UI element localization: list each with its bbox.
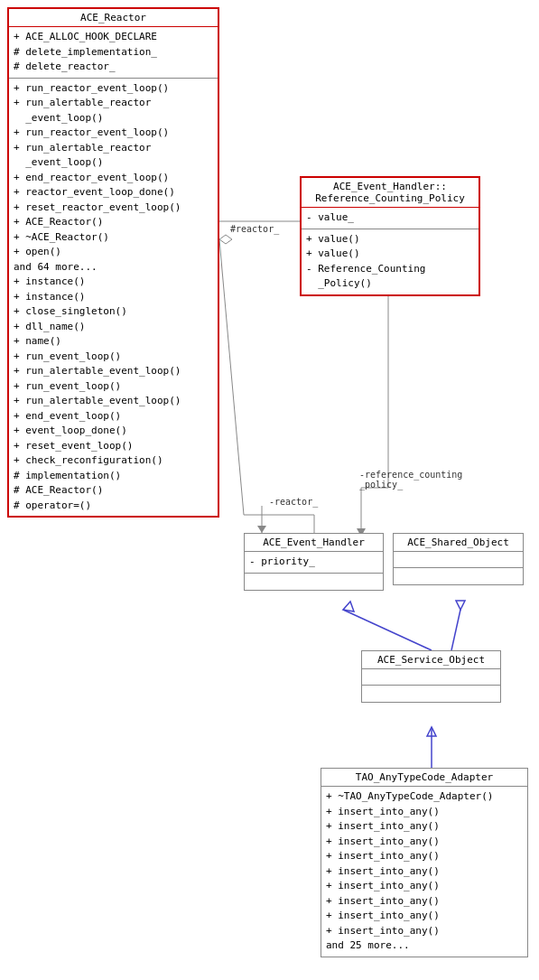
ace-event-handler-ref-title: ACE_Event_Handler::Reference_Counting_Po…: [302, 178, 479, 208]
svg-line-9: [343, 610, 432, 650]
svg-line-11: [451, 610, 460, 650]
svg-marker-3: [219, 235, 232, 244]
ace-event-handler-title: ACE_Event_Handler: [245, 534, 383, 552]
ace-event-handler-ref-box: ACE_Event_Handler::Reference_Counting_Po…: [300, 176, 480, 296]
svg-marker-14: [427, 727, 436, 736]
ace-service-object-title: ACE_Service_Object: [362, 651, 500, 669]
reactor2-label: -reactor_: [269, 497, 318, 507]
ace-service-object-section2: [362, 686, 500, 702]
svg-marker-16: [257, 526, 266, 533]
svg-marker-12: [456, 601, 465, 610]
reactor-label: #reactor_: [230, 224, 279, 234]
ace-event-handler-ref-section2: + value() + value() - Reference_Counting…: [302, 229, 479, 294]
ace-event-handler-section1: - priority_: [245, 552, 383, 574]
ace-service-object-box: ACE_Service_Object: [361, 650, 501, 703]
ace-shared-object-section1: [394, 552, 523, 568]
tao-anytypecode-adapter-section1: + ~TAO_AnyTypeCode_Adapter() + insert_in…: [321, 787, 527, 957]
ace-reactor-section1: + ACE_ALLOC_HOOK_DECLARE # delete_implem…: [9, 27, 218, 79]
ace-shared-object-title: ACE_Shared_Object: [394, 534, 523, 552]
ace-shared-object-section2: [394, 568, 523, 584]
ace-shared-object-box: ACE_Shared_Object: [393, 533, 524, 585]
tao-anytypecode-adapter-box: TAO_AnyTypeCode_Adapter + ~TAO_AnyTypeCo…: [321, 768, 528, 957]
svg-line-0: [219, 239, 244, 515]
ref-counting-label: -reference_counting _policy_: [359, 470, 462, 490]
svg-marker-10: [343, 602, 354, 611]
diagram-container: #reactor_ -reactor_ -reference_counting …: [0, 0, 539, 980]
ace-reactor-title: ACE_Reactor: [9, 9, 218, 27]
tao-anytypecode-adapter-title: TAO_AnyTypeCode_Adapter: [321, 769, 527, 787]
ace-event-handler-ref-section1: - value_: [302, 208, 479, 229]
ace-reactor-section2: + run_reactor_event_loop() + run_alertab…: [9, 79, 218, 517]
ace-event-handler-box: ACE_Event_Handler - priority_: [244, 533, 384, 591]
ace-reactor-box: ACE_Reactor + ACE_ALLOC_HOOK_DECLARE # d…: [7, 7, 219, 518]
ace-event-handler-section2: [245, 574, 383, 590]
ace-service-object-section1: [362, 669, 500, 686]
